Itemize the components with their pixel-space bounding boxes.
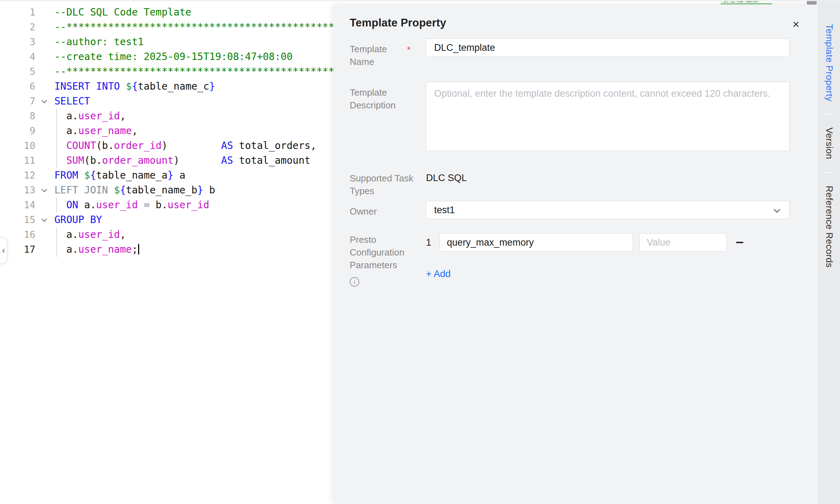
code-text[interactable]: ON a.user_id = b.user_id: [53, 198, 209, 212]
code-text[interactable]: a.user_id,: [53, 109, 126, 124]
code-text[interactable]: a.user_name,: [53, 124, 138, 138]
owner-select[interactable]: test1: [426, 201, 789, 219]
code-token: {: [90, 169, 96, 181]
fold-chevron-icon[interactable]: [41, 186, 47, 192]
remove-param-button[interactable]: [736, 233, 750, 252]
owner-row: Owner test1: [350, 201, 789, 219]
code-token: [54, 155, 66, 166]
code-token: =: [144, 199, 150, 211]
param-value-input[interactable]: [639, 233, 727, 252]
collapse-panel-handle[interactable]: ‹: [0, 237, 7, 264]
code-token: user_id: [78, 110, 120, 122]
code-token: $: [114, 184, 120, 196]
code-token: table_name_b: [126, 184, 197, 196]
code-text[interactable]: SELECT: [53, 94, 90, 109]
code-token: ON: [66, 199, 78, 211]
code-token: GROUP BY: [54, 214, 102, 226]
code-token: order_id: [114, 140, 162, 151]
tab-template-property[interactable]: Template Property: [824, 24, 835, 101]
line-number: 7: [0, 94, 35, 109]
code-token: [54, 140, 66, 151]
line-number: 8: [0, 109, 35, 124]
page: 1--DLC SQL Code Template2--*************…: [0, 0, 840, 504]
code-text[interactable]: FROM ${table_name_a} a: [53, 168, 185, 183]
code-text[interactable]: LEFT JOIN ${table_name_b} b: [53, 183, 215, 198]
gutter-fold-cell: [35, 49, 53, 64]
owner-label: Owner: [350, 201, 426, 218]
presto-params-row: Presto Configuration Parameters i 1 + Ad…: [350, 233, 789, 287]
code-text[interactable]: SUM(b.order_amount) AS total_amount: [53, 153, 310, 168]
code-token: user_id: [78, 229, 120, 240]
code-token: ;: [132, 244, 138, 255]
gutter-fold-cell: [35, 153, 53, 168]
code-token: [138, 199, 144, 211]
template-description-textarea[interactable]: [426, 82, 789, 151]
code-token: table_name_c: [138, 80, 209, 92]
code-token: b: [203, 184, 215, 196]
line-number: 10: [0, 138, 35, 153]
template-description-row: Template Description: [350, 82, 789, 152]
code-token: --create time: 2025-09-15T19:08:47+08:00: [54, 51, 292, 62]
code-text[interactable]: --create time: 2025-09-15T19:08:47+08:00: [53, 49, 292, 64]
gutter-fold-cell: [35, 138, 53, 153]
code-token: [120, 80, 126, 92]
code-text[interactable]: --author: test1: [53, 35, 144, 49]
code-token: SUM: [66, 155, 84, 166]
code-token: AS: [221, 140, 233, 151]
param-key-input[interactable]: [439, 233, 633, 252]
gutter-fold-cell: [35, 124, 53, 138]
text-cursor: [138, 244, 139, 254]
code-token: [78, 169, 84, 181]
code-token: a.: [54, 229, 78, 240]
line-number: 11: [0, 153, 35, 168]
code-text[interactable]: --DLC SQL Code Template: [53, 5, 191, 20]
code-token: COUNT: [66, 140, 96, 151]
add-param-button[interactable]: + Add: [426, 269, 451, 280]
code-token: ): [173, 155, 221, 166]
panel-title: Template Property: [350, 17, 789, 29]
gutter-fold-cell: [35, 35, 53, 49]
template-name-row: Template Name *: [350, 38, 789, 68]
scrollbar-thumb[interactable]: [807, 1, 817, 5]
gutter-fold-cell[interactable]: [35, 94, 53, 109]
code-text[interactable]: INSERT INTO ${table_name_c}: [53, 79, 215, 94]
code-token: }: [209, 80, 215, 92]
line-number: 14: [0, 198, 35, 212]
code-token: $: [126, 80, 132, 92]
code-token: --DLC SQL Code Template: [54, 6, 191, 18]
close-icon[interactable]: ×: [792, 18, 799, 30]
minimap-preview-line: [721, 4, 772, 4]
code-text[interactable]: a.user_name;: [53, 242, 139, 257]
code-text[interactable]: GROUP BY: [53, 212, 102, 227]
fold-chevron-icon[interactable]: [41, 216, 47, 222]
template-name-label: Template Name *: [350, 38, 426, 68]
line-number: 13: [0, 183, 35, 198]
code-token: a.: [78, 199, 96, 211]
gutter-fold-cell[interactable]: [35, 183, 53, 198]
info-icon[interactable]: i: [350, 277, 359, 287]
code-token: a.: [54, 125, 78, 137]
code-token: user_name: [78, 244, 132, 255]
gutter-fold-cell[interactable]: [35, 212, 53, 227]
gutter-fold-cell: [35, 198, 53, 212]
code-token: user_name: [78, 125, 132, 137]
template-description-label: Template Description: [350, 82, 426, 112]
chevron-down-icon: [774, 206, 780, 212]
fold-chevron-icon[interactable]: [41, 97, 47, 103]
gutter-fold-cell: [35, 79, 53, 94]
code-text[interactable]: COUNT(b.order_id) AS total_orders,: [53, 138, 317, 153]
template-name-input[interactable]: [426, 38, 789, 57]
code-token: }: [167, 169, 173, 181]
tab-version[interactable]: Version: [824, 127, 835, 159]
code-token: ,: [120, 110, 126, 122]
tab-divider: [824, 114, 834, 115]
tab-divider: [824, 172, 834, 173]
gutter-fold-cell: [35, 64, 53, 79]
code-token: ): [161, 140, 221, 151]
code-token: AS: [221, 155, 233, 166]
code-text[interactable]: a.user_id,: [53, 227, 126, 242]
line-number: 12: [0, 168, 35, 183]
code-token: b.: [150, 199, 168, 211]
tab-reference-records[interactable]: Reference Records: [824, 186, 835, 268]
code-token: {: [132, 80, 138, 92]
